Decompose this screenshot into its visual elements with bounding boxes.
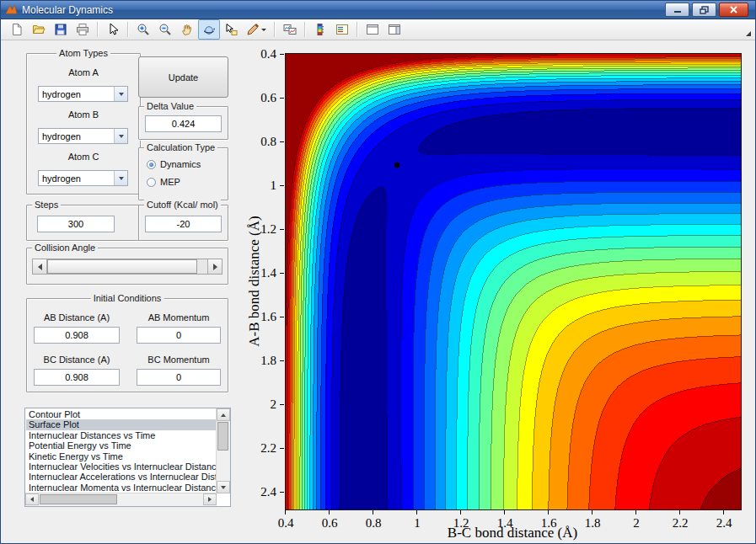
vertical-scroll-thumb[interactable]: [217, 422, 228, 451]
update-button[interactable]: Update: [138, 56, 228, 98]
y-tick-label: 0.6: [246, 91, 276, 105]
chevron-down-icon: [261, 29, 266, 31]
toolbar-overflow-anchor[interactable]: [746, 31, 751, 36]
scroll-up-button[interactable]: [217, 408, 230, 421]
x-tick-label: 1: [414, 516, 421, 531]
brush-data-button[interactable]: [242, 19, 271, 40]
radio-mep[interactable]: MEP: [147, 177, 180, 187]
list-item[interactable]: Contour Plot: [26, 409, 216, 419]
y-tick-label: 2: [246, 397, 276, 412]
hide-plot-tools-button[interactable]: [362, 19, 383, 40]
arrow-down-icon: [221, 486, 226, 489]
scroll-right-button[interactable]: [203, 493, 217, 505]
app-icon: [5, 3, 18, 16]
minimize-button[interactable]: [665, 3, 689, 17]
bc-momentum-label: BC Momentum: [147, 355, 209, 365]
cutoff-title: Cutoff (Kcal/ mol): [144, 200, 221, 210]
close-button[interactable]: [719, 3, 748, 17]
ab-distance-label: AB Distance (A): [44, 312, 110, 323]
atom-c-label: Atom C: [68, 152, 99, 162]
slider-right-arrow[interactable]: [207, 259, 222, 274]
pan-button[interactable]: [176, 19, 198, 40]
bc-momentum-field[interactable]: [137, 369, 221, 386]
print-figure-button[interactable]: [72, 19, 94, 40]
slider-left-arrow[interactable]: [33, 259, 47, 274]
x-axis-label: B-C bond distance (Å): [448, 525, 577, 541]
show-plot-tools-icon: [388, 23, 401, 36]
atom-c-dropdown-button[interactable]: [114, 171, 127, 185]
radio-mep-label: MEP: [160, 177, 180, 187]
atom-a-dropdown[interactable]: hydrogen: [38, 86, 128, 102]
slider-thumb[interactable]: [47, 259, 197, 274]
plot-type-listbox[interactable]: Contour PlotSurface PlotInternuclear Dis…: [24, 408, 231, 507]
insert-legend-button[interactable]: [331, 19, 353, 40]
hide-plot-tools-icon: [366, 23, 379, 36]
steps-field[interactable]: [37, 216, 115, 232]
y-tick-label: 0.8: [246, 135, 276, 149]
x-tick-mark: [460, 510, 461, 515]
bc-distance-field[interactable]: [34, 369, 120, 386]
scroll-left-button[interactable]: [25, 493, 39, 505]
open-file-button[interactable]: [28, 19, 50, 40]
pes-plot-axes[interactable]: [285, 53, 742, 510]
toolbar-separator: [127, 22, 129, 37]
zoom-in-button[interactable]: [132, 19, 154, 40]
chevron-down-icon: [119, 93, 124, 96]
cutoff-panel: Cutoff (Kcal/ mol): [138, 205, 228, 241]
pes-contour-plot[interactable]: [286, 54, 741, 509]
x-tick-mark: [416, 510, 417, 515]
cutoff-field[interactable]: [145, 216, 222, 232]
list-item[interactable]: Internuclear Velocities vs Internuclear …: [26, 461, 216, 472]
list-item[interactable]: Internuclear Momenta vs Internuclear Dis…: [26, 483, 216, 493]
data-cursor-button[interactable]: [220, 19, 242, 40]
y-tick-mark: [280, 229, 284, 230]
restore-button[interactable]: [692, 3, 716, 17]
y-tick-mark: [280, 492, 284, 493]
list-item[interactable]: Potential Energy vs Time: [26, 440, 216, 451]
link-plot-icon: [283, 23, 297, 36]
print-figure-icon: [76, 23, 89, 36]
edit-plot-button[interactable]: [102, 19, 124, 40]
horizontal-scroll-thumb[interactable]: [40, 494, 117, 504]
atom-b-dropdown[interactable]: hydrogen: [38, 128, 128, 144]
zoom-out-icon: [158, 23, 172, 36]
list-item[interactable]: Surface Plot: [26, 419, 216, 429]
atom-a-dropdown-button[interactable]: [114, 87, 127, 101]
rotate-3d-button[interactable]: [198, 19, 220, 40]
listbox-horizontal-scrollbar[interactable]: [25, 493, 217, 506]
y-tick-mark: [280, 273, 284, 274]
x-tick-label: 0.8: [366, 516, 382, 531]
y-tick-mark: [280, 54, 284, 55]
save-figure-button[interactable]: [50, 19, 72, 40]
delta-value-panel: Delta Value: [138, 106, 228, 140]
y-tick-label: 1: [246, 179, 276, 193]
collision-angle-slider[interactable]: [32, 259, 223, 275]
atom-c-dropdown[interactable]: hydrogen: [38, 170, 128, 186]
brush-data-icon: [246, 23, 260, 36]
open-file-icon: [32, 23, 46, 36]
delta-value-field[interactable]: [145, 115, 222, 132]
new-figure-button[interactable]: [6, 19, 28, 40]
edit-plot-icon: [106, 23, 120, 36]
y-axis-label: A-B bond distance (Å): [246, 216, 263, 346]
list-item[interactable]: Kinetic Energy vs Time: [26, 451, 216, 461]
delta-value-title: Delta Value: [144, 101, 196, 111]
zoom-out-button[interactable]: [154, 19, 176, 40]
atom-b-dropdown-button[interactable]: [114, 129, 127, 143]
y-tick-label: 0.4: [246, 47, 276, 61]
insert-colorbar-button[interactable]: [309, 19, 331, 40]
link-plot-button[interactable]: [279, 19, 301, 40]
ab-momentum-field[interactable]: [137, 327, 221, 344]
y-tick-label: 2.4: [246, 485, 276, 499]
toolbar-separator: [304, 22, 306, 37]
scroll-down-button[interactable]: [217, 481, 230, 493]
list-item[interactable]: Internuclear Distances vs Time: [26, 430, 216, 440]
toolbar-separator: [357, 22, 358, 37]
initial-conditions-panel: Initial Conditions AB Distance (A) AB Mo…: [26, 298, 228, 392]
ab-distance-field[interactable]: [34, 327, 120, 344]
x-tick-label: 2.2: [673, 516, 689, 531]
listbox-vertical-scrollbar[interactable]: [216, 408, 230, 493]
show-plot-tools-button[interactable]: [383, 19, 405, 40]
radio-dynamics[interactable]: Dynamics: [147, 159, 201, 169]
list-item[interactable]: Internuclear Accelerations vs Internucle…: [26, 472, 216, 482]
